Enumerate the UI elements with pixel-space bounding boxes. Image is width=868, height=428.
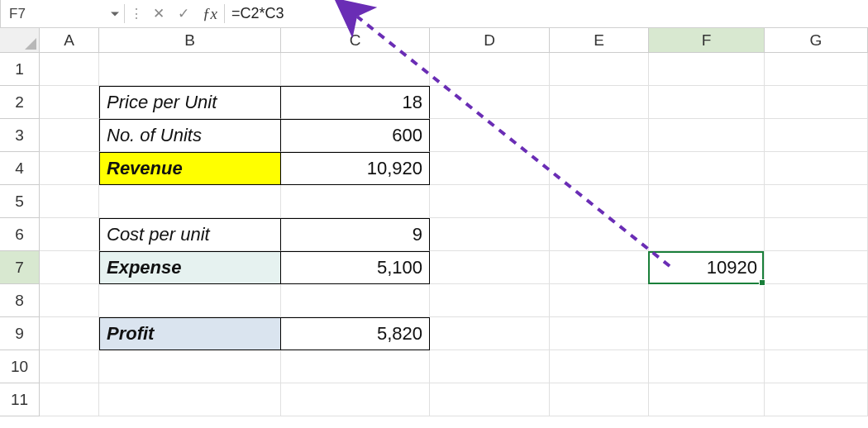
cell-B3[interactable]: No. of Units <box>99 119 281 152</box>
cell-G3[interactable] <box>765 119 868 152</box>
cell-F4[interactable] <box>649 152 765 185</box>
cell-E6[interactable] <box>550 218 649 251</box>
column-header-F[interactable]: F <box>649 28 765 53</box>
cell-C10[interactable] <box>281 350 430 383</box>
cell-G9[interactable] <box>765 317 868 350</box>
cell-C9[interactable]: 5,820 <box>281 317 430 350</box>
cell-A11[interactable] <box>40 383 99 416</box>
cell-C3[interactable]: 600 <box>281 119 430 152</box>
cell-E9[interactable] <box>550 317 649 350</box>
cell-F2[interactable] <box>649 86 765 119</box>
cell-B7[interactable]: Expense <box>99 251 281 284</box>
cell-A4[interactable] <box>40 152 99 185</box>
cell-B4[interactable]: Revenue <box>99 152 281 185</box>
cell-A10[interactable] <box>40 350 99 383</box>
row-header-1[interactable]: 1 <box>0 53 40 86</box>
cell-F8[interactable] <box>649 284 765 317</box>
cell-C6[interactable]: 9 <box>281 218 430 251</box>
cell-B8[interactable] <box>99 284 281 317</box>
cell-D9[interactable] <box>430 317 550 350</box>
cell-G10[interactable] <box>765 350 868 383</box>
cell-A2[interactable] <box>40 86 99 119</box>
cell-G8[interactable] <box>765 284 868 317</box>
cell-F5[interactable] <box>649 185 765 218</box>
column-header-E[interactable]: E <box>550 28 649 53</box>
cell-A1[interactable] <box>40 53 99 86</box>
cell-G5[interactable] <box>765 185 868 218</box>
cell-C1[interactable] <box>281 53 430 86</box>
cell-D3[interactable] <box>430 119 550 152</box>
cell-A5[interactable] <box>40 185 99 218</box>
cell-A8[interactable] <box>40 284 99 317</box>
cell-E1[interactable] <box>550 53 649 86</box>
cell-A6[interactable] <box>40 218 99 251</box>
cell-F1[interactable] <box>649 53 765 86</box>
formula-confirm-button[interactable]: ✓ <box>171 0 196 27</box>
cell-G11[interactable] <box>765 383 868 416</box>
row-header-11[interactable]: 11 <box>0 383 40 416</box>
cell-G1[interactable] <box>765 53 868 86</box>
spreadsheet-grid[interactable]: A B C D E F G 1 2 Price per Unit 18 <box>0 28 868 416</box>
cell-A9[interactable] <box>40 317 99 350</box>
row-header-2[interactable]: 2 <box>0 86 40 119</box>
cell-B9[interactable]: Profit <box>99 317 281 350</box>
row-header-8[interactable]: 8 <box>0 284 40 317</box>
cell-D11[interactable] <box>430 383 550 416</box>
row-header-7[interactable]: 7 <box>0 251 40 284</box>
cell-D8[interactable] <box>430 284 550 317</box>
formula-cancel-button[interactable]: ✕ <box>146 0 171 27</box>
column-header-C[interactable]: C <box>281 28 430 53</box>
column-header-B[interactable]: B <box>99 28 281 53</box>
cell-E3[interactable] <box>550 119 649 152</box>
cell-F6[interactable] <box>649 218 765 251</box>
cell-G6[interactable] <box>765 218 868 251</box>
cell-A7[interactable] <box>40 251 99 284</box>
cell-C2[interactable]: 18 <box>281 86 430 119</box>
cell-F11[interactable] <box>649 383 765 416</box>
cell-B6[interactable]: Cost per unit <box>99 218 281 251</box>
column-header-G[interactable]: G <box>765 28 868 53</box>
cell-E11[interactable] <box>550 383 649 416</box>
cell-D5[interactable] <box>430 185 550 218</box>
column-header-A[interactable]: A <box>40 28 99 53</box>
cell-B1[interactable] <box>99 53 281 86</box>
cell-B11[interactable] <box>99 383 281 416</box>
row-header-5[interactable]: 5 <box>0 185 40 218</box>
cell-B10[interactable] <box>99 350 281 383</box>
row-header-9[interactable]: 9 <box>0 317 40 350</box>
cell-B2[interactable]: Price per Unit <box>99 86 281 119</box>
cell-C4[interactable]: 10,920 <box>281 152 430 185</box>
row-header-6[interactable]: 6 <box>0 218 40 251</box>
cell-F7[interactable]: 10920 <box>649 251 765 284</box>
cell-D1[interactable] <box>430 53 550 86</box>
cell-E4[interactable] <box>550 152 649 185</box>
cell-G7[interactable] <box>765 251 868 284</box>
cell-F9[interactable] <box>649 317 765 350</box>
cell-C7[interactable]: 5,100 <box>281 251 430 284</box>
cell-D2[interactable] <box>430 86 550 119</box>
cell-E10[interactable] <box>550 350 649 383</box>
cell-C5[interactable] <box>281 185 430 218</box>
cell-E5[interactable] <box>550 185 649 218</box>
cell-B5[interactable] <box>99 185 281 218</box>
cell-C8[interactable] <box>281 284 430 317</box>
cell-D10[interactable] <box>430 350 550 383</box>
cell-G4[interactable] <box>765 152 868 185</box>
cell-E7[interactable] <box>550 251 649 284</box>
cell-D7[interactable] <box>430 251 550 284</box>
row-header-10[interactable]: 10 <box>0 350 40 383</box>
row-header-3[interactable]: 3 <box>0 119 40 152</box>
name-box[interactable]: F7 <box>0 0 124 27</box>
cell-E8[interactable] <box>550 284 649 317</box>
cell-D4[interactable] <box>430 152 550 185</box>
cell-F3[interactable] <box>649 119 765 152</box>
cell-D6[interactable] <box>430 218 550 251</box>
cell-F10[interactable] <box>649 350 765 383</box>
cell-C11[interactable] <box>281 383 430 416</box>
cell-A3[interactable] <box>40 119 99 152</box>
fx-icon[interactable]: ƒx <box>196 5 224 23</box>
cell-G2[interactable] <box>765 86 868 119</box>
select-all-corner[interactable] <box>0 28 40 53</box>
cell-E2[interactable] <box>550 86 649 119</box>
column-header-D[interactable]: D <box>430 28 550 53</box>
